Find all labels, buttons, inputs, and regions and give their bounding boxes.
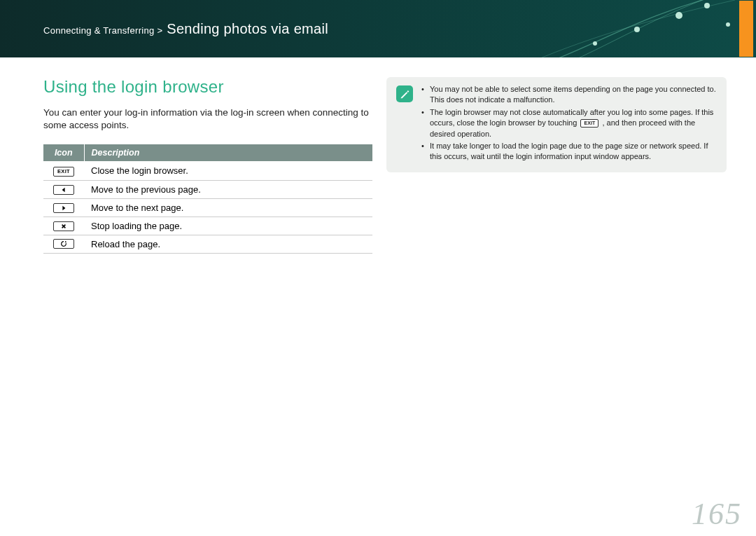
forward-icon xyxy=(53,203,74,213)
info-callout: You may not be able to select some items… xyxy=(386,77,727,172)
table-cell-desc: Reload the page. xyxy=(84,235,372,253)
exit-icon-inline: EXIT xyxy=(580,119,598,128)
breadcrumb: Connecting & Transferring > Sending phot… xyxy=(43,21,328,37)
exit-icon: EXIT xyxy=(53,167,74,177)
right-column: You may not be able to select some items… xyxy=(386,77,727,254)
page-body: Using the login browser You can enter yo… xyxy=(0,57,756,254)
decorative-swirls xyxy=(518,0,756,57)
svg-point-3 xyxy=(704,3,710,8)
page-header: Connecting & Transferring > Sending phot… xyxy=(0,0,756,57)
page-title: Sending photos via email xyxy=(167,21,328,36)
svg-point-1 xyxy=(634,27,640,32)
info-bullet: You may not be able to select some items… xyxy=(421,84,717,106)
svg-point-0 xyxy=(593,41,597,46)
table-cell-desc: Move to the previous page. xyxy=(84,180,372,198)
back-icon xyxy=(53,185,74,195)
svg-marker-7 xyxy=(65,241,67,242)
orange-side-tab xyxy=(739,1,753,57)
table-cell-desc: Close the login browser. xyxy=(84,161,372,180)
manual-page: Connecting & Transferring > Sending phot… xyxy=(0,0,756,536)
table-cell-desc: Stop loading the page. xyxy=(84,217,372,235)
left-column: Using the login browser You can enter yo… xyxy=(43,77,372,254)
info-bullet: The login browser may not close automati… xyxy=(421,107,717,139)
table-row: Move to the next page. xyxy=(43,198,372,217)
table-row: Stop loading the page. xyxy=(43,217,372,235)
svg-point-2 xyxy=(676,12,682,19)
table-header-description: Description xyxy=(84,144,372,161)
table-row: Move to the previous page. xyxy=(43,180,372,198)
svg-marker-5 xyxy=(62,188,65,192)
breadcrumb-prefix: Connecting & Transferring > xyxy=(43,25,165,36)
stop-icon xyxy=(53,221,74,231)
section-heading: Using the login browser xyxy=(43,77,372,97)
table-row: EXIT Close the login browser. xyxy=(43,161,372,180)
svg-marker-6 xyxy=(62,206,65,210)
page-number: 165 xyxy=(692,496,742,532)
note-icon xyxy=(396,85,413,102)
reload-icon xyxy=(53,239,74,249)
table-cell-desc: Move to the next page. xyxy=(84,198,372,217)
icon-description-table: Icon Description EXIT Close the login br… xyxy=(43,144,372,254)
section-intro: You can enter your log-in information vi… xyxy=(43,106,372,132)
svg-point-4 xyxy=(726,22,730,27)
info-bullet: It may take longer to load the login pag… xyxy=(421,141,717,163)
info-list: You may not be able to select some items… xyxy=(421,84,717,164)
table-header-icon: Icon xyxy=(43,144,84,161)
table-row: Reload the page. xyxy=(43,235,372,253)
